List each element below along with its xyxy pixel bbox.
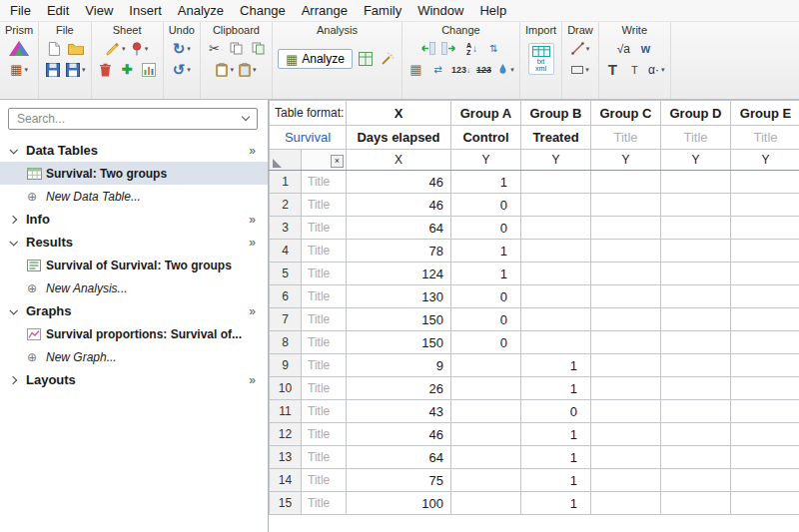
menu-window[interactable]: Window xyxy=(409,0,471,21)
new-sheet-button[interactable]: ✚ xyxy=(119,60,136,79)
row-number[interactable]: 5 xyxy=(270,263,302,285)
exclude-values-button[interactable]: 123 xyxy=(475,60,492,79)
group-d-cell[interactable] xyxy=(661,400,731,423)
transpose-button[interactable]: ▦ xyxy=(407,60,424,79)
sidebar-item-new-analysis[interactable]: ⊕New Analysis... xyxy=(0,276,268,299)
row-title-cell[interactable]: Title xyxy=(302,469,347,492)
equation-button[interactable]: √a xyxy=(615,39,632,58)
group-d-cell[interactable] xyxy=(661,446,731,469)
row-number[interactable]: 8 xyxy=(270,331,302,354)
group-b-cell[interactable] xyxy=(521,308,591,331)
row-title-cell[interactable]: Title xyxy=(302,171,347,194)
group-b-cell[interactable]: 1 xyxy=(521,423,591,446)
column-title-group-d[interactable]: Title xyxy=(661,126,731,150)
chevron-down-icon[interactable] xyxy=(9,146,17,154)
x-value-cell[interactable]: 46 xyxy=(347,171,451,194)
analyze-button[interactable]: ▦Analyze xyxy=(278,49,353,69)
greek-letter-button[interactable]: α·▾ xyxy=(648,60,665,79)
group-a-cell[interactable]: 0 xyxy=(451,308,521,331)
expand-all-icon[interactable]: » xyxy=(249,236,256,250)
row-title-cell[interactable]: Title xyxy=(302,240,347,263)
group-d-cell[interactable] xyxy=(661,469,731,492)
group-c-cell[interactable] xyxy=(591,217,661,240)
group-d-cell[interactable] xyxy=(661,217,731,240)
column-type-group-e[interactable]: Y xyxy=(731,150,799,171)
duplicate-button[interactable] xyxy=(250,39,267,58)
group-c-cell[interactable] xyxy=(591,400,661,423)
x-value-cell[interactable]: 64 xyxy=(347,446,451,469)
row-number[interactable]: 14 xyxy=(270,469,302,492)
sidebar-section-info[interactable]: Info» xyxy=(0,208,268,231)
menu-arrange[interactable]: Arrange xyxy=(294,0,356,21)
group-c-cell[interactable] xyxy=(591,354,661,377)
x-value-cell[interactable]: 64 xyxy=(347,217,451,240)
select-all-corner[interactable] xyxy=(270,150,302,171)
column-type-group-b[interactable]: Y xyxy=(521,150,591,171)
sidebar-item-survival-of-survival-two-groups[interactable]: Survival of Survival: Two groups xyxy=(0,254,268,276)
row-title-cell[interactable]: Title xyxy=(302,423,347,446)
group-a-cell[interactable]: 1 xyxy=(451,171,521,194)
column-type-group-c[interactable]: Y xyxy=(591,150,661,171)
x-value-cell[interactable]: 130 xyxy=(347,285,451,308)
group-a-cell[interactable] xyxy=(451,400,521,423)
group-c-cell[interactable] xyxy=(591,377,661,400)
expand-all-icon[interactable]: » xyxy=(249,213,256,227)
sidebar-section-results[interactable]: Results» xyxy=(0,231,268,254)
group-c-cell[interactable] xyxy=(591,171,661,194)
menu-analyze[interactable]: Analyze xyxy=(170,0,232,21)
group-c-cell[interactable] xyxy=(591,423,661,446)
row-number[interactable]: 3 xyxy=(270,217,302,240)
new-file-button[interactable] xyxy=(45,39,62,58)
save-as-button[interactable]: ▾ xyxy=(66,60,86,79)
group-c-cell[interactable] xyxy=(591,240,661,263)
group-e-cell[interactable] xyxy=(731,469,799,492)
chevron-right-icon[interactable] xyxy=(9,375,17,383)
chevron-down-icon[interactable] xyxy=(9,306,17,314)
sort-az-icon[interactable]: AZ↓ xyxy=(463,39,480,58)
row-title-cell[interactable]: Title xyxy=(302,331,347,354)
group-c-cell[interactable] xyxy=(591,331,661,354)
group-a-cell[interactable] xyxy=(451,492,521,515)
highlight-button[interactable]: ▾ xyxy=(106,39,126,58)
draw-shape-button[interactable]: ▾ xyxy=(571,60,589,79)
group-c-cell[interactable] xyxy=(591,263,661,285)
group-d-cell[interactable] xyxy=(661,492,731,515)
group-e-cell[interactable] xyxy=(731,492,799,515)
group-e-cell[interactable] xyxy=(731,240,799,263)
group-c-cell[interactable] xyxy=(591,194,661,217)
sidebar-item-new-graph[interactable]: ⊕New Graph... xyxy=(0,345,268,368)
sidebar-item-new-data-table[interactable]: ⊕New Data Table... xyxy=(0,185,268,208)
group-a-cell[interactable] xyxy=(451,377,521,400)
group-c-cell[interactable] xyxy=(591,469,661,492)
group-b-cell[interactable] xyxy=(521,285,591,308)
row-number[interactable]: 4 xyxy=(270,240,302,263)
row-number[interactable]: 10 xyxy=(270,377,302,400)
column-title-group-c[interactable]: Title xyxy=(591,126,661,150)
group-b-cell[interactable]: 1 xyxy=(521,446,591,469)
search-input[interactable] xyxy=(8,108,258,130)
x-value-cell[interactable]: 150 xyxy=(347,308,451,331)
group-b-cell[interactable]: 1 xyxy=(521,354,591,377)
group-d-cell[interactable] xyxy=(661,171,731,194)
x-value-cell[interactable]: 43 xyxy=(347,400,451,423)
column-header-group-e[interactable]: Group E xyxy=(731,101,799,126)
group-d-cell[interactable] xyxy=(661,331,731,354)
pin-sheet-button[interactable]: ▾ xyxy=(131,39,149,58)
group-e-cell[interactable] xyxy=(731,263,799,285)
menu-edit[interactable]: Edit xyxy=(39,0,77,21)
import-txt-xml-button[interactable]: txtxml xyxy=(528,43,554,75)
row-title-cell[interactable]: Title xyxy=(302,263,347,285)
column-header-group-b[interactable]: Group B xyxy=(521,101,591,126)
column-type-group-d[interactable]: Y xyxy=(661,150,731,171)
row-title-cell[interactable]: Title xyxy=(302,400,347,423)
group-a-cell[interactable] xyxy=(451,423,521,446)
group-e-cell[interactable] xyxy=(731,354,799,377)
row-title-cell[interactable]: Title xyxy=(302,377,347,400)
row-number[interactable]: 13 xyxy=(270,446,302,469)
x-value-cell[interactable]: 100 xyxy=(347,492,451,515)
sidebar-item-survival-proportions-survival-of[interactable]: Survival proportions: Survival of... xyxy=(0,322,268,345)
group-a-cell[interactable]: 0 xyxy=(451,331,521,354)
cut-button[interactable]: ✂ xyxy=(206,39,223,58)
row-title-cell[interactable]: Title xyxy=(302,492,347,515)
menu-insert[interactable]: Insert xyxy=(121,0,170,21)
